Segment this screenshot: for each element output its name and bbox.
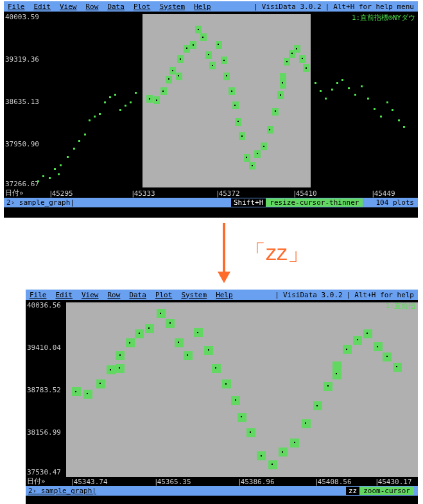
plot-point bbox=[267, 126, 273, 134]
plot-point bbox=[216, 41, 222, 49]
plot-point bbox=[325, 98, 327, 100]
x-tick: 45408.56 bbox=[315, 478, 352, 486]
menu-data[interactable]: Data bbox=[107, 3, 125, 11]
plot-point bbox=[354, 94, 356, 96]
plot-point bbox=[284, 58, 290, 65]
plot-point bbox=[60, 164, 62, 166]
app-version: VisiData 3.0.2 bbox=[283, 291, 343, 299]
y-tick: 39319.36 bbox=[5, 55, 39, 64]
x-axis-label: 日付» bbox=[27, 476, 46, 486]
cursor-rect[interactable] bbox=[142, 14, 311, 187]
help-hint: Alt+H for help bbox=[354, 291, 414, 299]
plot-point bbox=[313, 401, 322, 410]
plot-point bbox=[290, 439, 299, 448]
x-axis: 日付» 45295 45333 45372 45410 45449 bbox=[4, 189, 418, 198]
plot-point bbox=[175, 338, 184, 347]
plot-point bbox=[177, 55, 184, 63]
plot-point bbox=[205, 51, 212, 59]
x-tick: 45449 bbox=[371, 189, 395, 198]
plot-point bbox=[157, 309, 166, 318]
plot-point bbox=[257, 451, 266, 460]
terminal-after-zoom: File Edit View Row Data Plot System Help… bbox=[26, 290, 418, 504]
menu-view[interactable]: View bbox=[60, 3, 77, 11]
plot-point bbox=[212, 364, 221, 373]
plot-point bbox=[99, 113, 101, 115]
plot-point bbox=[104, 101, 106, 103]
plot-point bbox=[392, 109, 393, 111]
plot-point bbox=[239, 132, 245, 140]
plot-point bbox=[184, 45, 190, 53]
menu-edit[interactable]: Edit bbox=[34, 3, 51, 11]
plot-point bbox=[232, 101, 239, 109]
plot-point bbox=[37, 180, 39, 182]
plot-point bbox=[119, 109, 121, 111]
x-tick: 45295 bbox=[49, 189, 73, 198]
plot-point bbox=[231, 396, 240, 405]
series-legend: 1:直前指 bbox=[386, 301, 415, 311]
menu-plot[interactable]: Plot bbox=[155, 291, 173, 299]
plot-area[interactable]: 1:直前指標®NYダウ 40003.59 39319.36 38635.13 3… bbox=[4, 12, 418, 198]
key-hint: Shift+H bbox=[231, 198, 266, 207]
plot-point bbox=[184, 351, 193, 360]
plot-point bbox=[78, 140, 80, 142]
menu-bar: File Edit View Row Data Plot System Help… bbox=[4, 1, 418, 12]
y-tick: 39410.04 bbox=[27, 343, 61, 352]
menu-view[interactable]: View bbox=[82, 291, 99, 299]
sheet-name: 2› sample_graph| bbox=[26, 487, 96, 495]
cursor-rect[interactable] bbox=[66, 302, 418, 477]
plot-point bbox=[244, 154, 250, 162]
plot-point bbox=[84, 134, 86, 135]
plot-point bbox=[146, 95, 153, 103]
x-axis-label: 日付» bbox=[5, 188, 24, 198]
menu-edit[interactable]: Edit bbox=[56, 291, 73, 299]
menu-system[interactable]: System bbox=[181, 291, 207, 299]
plot-point bbox=[166, 319, 175, 328]
plot-point bbox=[336, 82, 338, 84]
plot-point bbox=[237, 413, 246, 422]
plot-point bbox=[315, 82, 316, 84]
plot-point bbox=[363, 329, 372, 338]
menu-file[interactable]: File bbox=[8, 3, 25, 11]
plot-point bbox=[114, 94, 116, 96]
menu-file[interactable]: File bbox=[30, 291, 47, 299]
plot-point bbox=[160, 87, 167, 95]
plot-point bbox=[130, 101, 132, 103]
plot-point bbox=[116, 351, 125, 360]
plot-point bbox=[294, 45, 300, 53]
plot-point bbox=[374, 108, 376, 110]
plot-point bbox=[254, 150, 261, 158]
menu-help[interactable]: Help bbox=[216, 291, 233, 299]
plot-point bbox=[42, 175, 44, 177]
plot-point bbox=[235, 118, 241, 126]
plot-point bbox=[398, 119, 400, 121]
plot-point bbox=[204, 346, 213, 355]
x-tick: 45410 bbox=[293, 189, 317, 198]
plot-point bbox=[361, 85, 363, 87]
plot-point bbox=[277, 91, 284, 99]
plot-point bbox=[190, 41, 196, 49]
plot-point bbox=[380, 116, 382, 117]
plot-point bbox=[302, 419, 311, 428]
plot-area[interactable]: 1:直前指 40036.56 39410.04 38783.52 38156.9… bbox=[26, 300, 418, 486]
plot-point bbox=[125, 105, 126, 107]
plot-point bbox=[72, 387, 81, 396]
menu-data[interactable]: Data bbox=[129, 291, 146, 299]
plot-point bbox=[261, 143, 267, 150]
menu-row[interactable]: Row bbox=[86, 3, 99, 11]
plot-point bbox=[348, 87, 350, 89]
plot-point bbox=[96, 379, 105, 388]
menu-row[interactable]: Row bbox=[108, 291, 121, 299]
menu-system[interactable]: System bbox=[159, 3, 185, 11]
menu-plot[interactable]: Plot bbox=[134, 3, 151, 11]
menu-help[interactable]: Help bbox=[194, 3, 211, 11]
plot-point bbox=[83, 390, 92, 399]
plot-point bbox=[73, 148, 75, 150]
annotation: 「zz」 bbox=[0, 218, 423, 288]
plot-point bbox=[116, 364, 125, 373]
plot-point bbox=[324, 382, 332, 391]
y-tick: 37530.47 bbox=[27, 468, 61, 476]
x-tick: 45430.17 bbox=[375, 478, 412, 486]
plot-point bbox=[268, 460, 277, 469]
plot-point bbox=[176, 73, 182, 80]
plot-point bbox=[331, 89, 333, 91]
